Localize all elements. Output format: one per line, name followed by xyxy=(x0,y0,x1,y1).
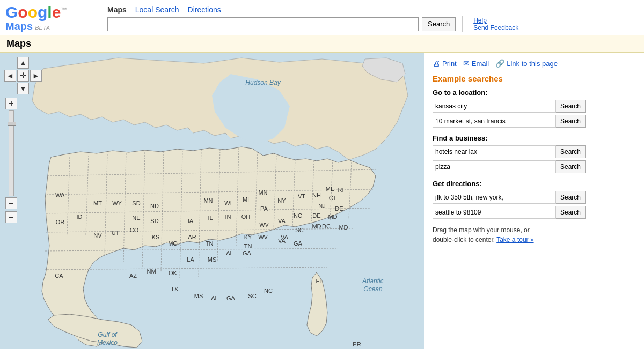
section2-title: Find a business: xyxy=(433,134,635,142)
logo-area: Google™ Maps BETA xyxy=(5,4,97,33)
email-link[interactable]: ✉ Email xyxy=(463,59,489,68)
svg-text:OR: OR xyxy=(56,219,65,225)
svg-text:Mexico: Mexico xyxy=(97,339,118,346)
svg-text:OH: OH xyxy=(241,213,251,220)
example-row-4: Search xyxy=(433,160,635,173)
example-search-btn-2[interactable]: Search xyxy=(556,115,586,128)
svg-text:AL: AL xyxy=(226,250,233,256)
svg-text:ME: ME xyxy=(326,186,335,192)
section-business: Find a business: Search Search xyxy=(433,134,635,173)
example-row-2: Search xyxy=(433,115,635,128)
pan-up-button[interactable]: ▲ xyxy=(17,57,29,69)
svg-text:Gulf of: Gulf of xyxy=(98,331,118,338)
svg-text:NJ: NJ xyxy=(318,203,325,209)
example-search-btn-6[interactable]: Search xyxy=(556,206,586,219)
svg-text:NC: NC xyxy=(294,212,302,219)
search-bar: Search Help Send Feedback xyxy=(107,16,639,32)
svg-text:MS: MS xyxy=(194,293,203,299)
example-row-3: Search xyxy=(433,145,635,158)
main-content: WA OR CA ID NV UT CO MT WY SD NE ND SD K… xyxy=(0,53,644,349)
pan-down-button[interactable]: ▼ xyxy=(17,83,29,94)
svg-text:WA: WA xyxy=(55,192,65,198)
zoom-thumb[interactable] xyxy=(8,122,16,126)
pan-center-button[interactable]: ✛ xyxy=(17,70,29,82)
example-row-5: Search xyxy=(433,191,635,204)
svg-text:WV: WV xyxy=(258,234,268,240)
svg-text:GA: GA xyxy=(294,240,303,247)
svg-text:OK: OK xyxy=(169,270,178,276)
example-searches-title: Example searches xyxy=(433,74,635,83)
zoom-out2-button[interactable]: – xyxy=(5,211,17,223)
zoom-slider[interactable]: + – – xyxy=(5,98,17,223)
svg-text:GA: GA xyxy=(226,295,236,301)
directions-tab[interactable]: Directions xyxy=(188,5,221,14)
example-input-6[interactable] xyxy=(433,206,556,219)
svg-text:TN: TN xyxy=(206,240,214,247)
example-input-3[interactable] xyxy=(433,145,556,158)
drag-info: Drag the map with your mouse, ordouble-c… xyxy=(433,225,635,245)
example-input-1[interactable] xyxy=(433,100,556,113)
svg-text:MN: MN xyxy=(203,197,213,204)
map-svg[interactable]: WA OR CA ID NV UT CO MT WY SD NE ND SD K… xyxy=(0,53,424,349)
svg-text:MD: MD xyxy=(312,223,321,230)
example-search-btn-3[interactable]: Search xyxy=(556,145,586,158)
example-search-btn-4[interactable]: Search xyxy=(556,160,586,173)
section-directions: Get directions: Search Search xyxy=(433,180,635,219)
example-input-2[interactable] xyxy=(433,115,556,128)
svg-text:NE: NE xyxy=(132,215,140,221)
svg-text:WY: WY xyxy=(112,200,122,206)
svg-text:TX: TX xyxy=(171,286,179,292)
example-input-5[interactable] xyxy=(433,191,556,204)
svg-text:SC: SC xyxy=(248,293,256,299)
svg-text:MI: MI xyxy=(243,196,249,203)
svg-text:NV: NV xyxy=(93,232,102,239)
svg-text:IL: IL xyxy=(208,215,213,221)
page-link[interactable]: 🔗 Link to this page xyxy=(495,59,558,68)
svg-text:VA: VA xyxy=(278,218,286,224)
svg-text:MO: MO xyxy=(168,240,178,247)
print-icon: 🖨 xyxy=(433,59,440,68)
svg-text:ID: ID xyxy=(77,213,83,220)
svg-text:FL: FL xyxy=(316,278,323,284)
svg-text:CA: CA xyxy=(55,272,63,279)
print-link[interactable]: 🖨 Print xyxy=(433,59,457,68)
svg-text:SC: SC xyxy=(295,227,303,233)
svg-text:NY: NY xyxy=(277,197,286,204)
pan-right-button[interactable]: ► xyxy=(30,70,42,82)
map-container[interactable]: WA OR CA ID NV UT CO MT WY SD NE ND SD K… xyxy=(0,53,424,349)
tour-link[interactable]: Take a tour » xyxy=(496,236,533,243)
pan-controls-top: ▲ xyxy=(4,57,42,69)
pan-left-button[interactable]: ◄ xyxy=(4,70,16,82)
zoom-out-button[interactable]: – xyxy=(5,197,17,209)
maps-text: Maps xyxy=(5,20,33,33)
svg-text:PR: PR xyxy=(353,341,361,348)
svg-text:DC: DC xyxy=(322,223,331,230)
svg-text:RI: RI xyxy=(338,187,344,193)
link-icon: 🔗 xyxy=(495,59,504,68)
svg-text:VT: VT xyxy=(298,193,305,200)
zoom-in-button[interactable]: + xyxy=(5,98,17,109)
section1-title: Go to a location: xyxy=(433,88,635,97)
svg-text:IN: IN xyxy=(225,213,231,220)
svg-text:AL: AL xyxy=(211,295,218,301)
example-search-btn-1[interactable]: Search xyxy=(556,100,586,113)
google-logo: Google™ xyxy=(5,4,67,20)
svg-text:TN: TN xyxy=(244,243,252,249)
example-row-1: Search xyxy=(433,100,635,113)
svg-text:CO: CO xyxy=(130,227,139,233)
svg-text:MT: MT xyxy=(93,200,102,206)
svg-text:MD: MD xyxy=(339,224,348,231)
local-search-tab[interactable]: Local Search xyxy=(135,5,179,14)
feedback-link[interactable]: Send Feedback xyxy=(473,24,518,32)
maps-tab[interactable]: Maps xyxy=(107,5,127,14)
svg-text:NC: NC xyxy=(264,287,273,294)
svg-text:KS: KS xyxy=(152,234,160,240)
example-input-4[interactable] xyxy=(433,160,556,173)
example-search-btn-5[interactable]: Search xyxy=(556,191,586,204)
main-search-input[interactable] xyxy=(107,17,419,31)
help-link[interactable]: Help xyxy=(473,17,518,24)
zoom-track[interactable] xyxy=(9,110,14,196)
pan-controls-bottom: ▼ xyxy=(4,83,42,94)
example-row-6: Search xyxy=(433,206,635,219)
main-search-button[interactable]: Search xyxy=(422,17,456,31)
